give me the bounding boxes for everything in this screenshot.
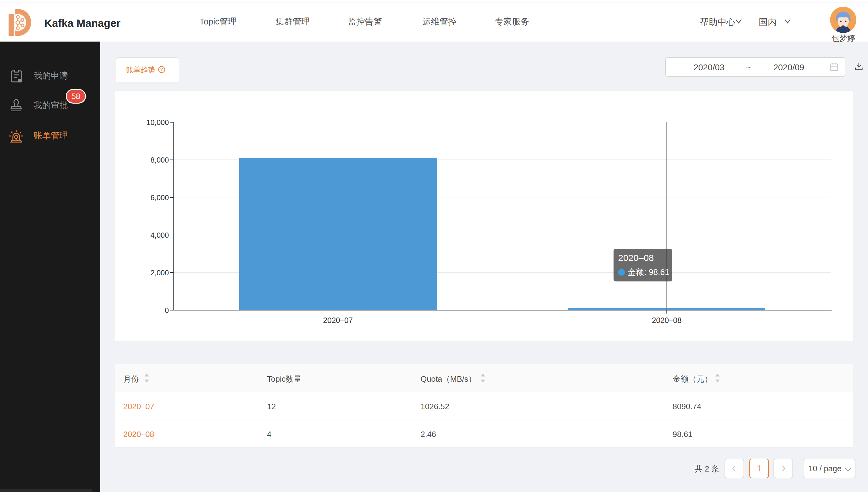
svg-text:?: ? — [160, 67, 163, 72]
